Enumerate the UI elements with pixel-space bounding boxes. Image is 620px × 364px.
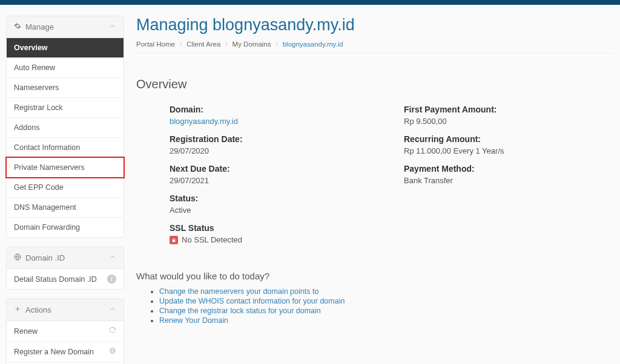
globe-icon xyxy=(14,253,21,262)
panel-actions: Actions Renew Register a New Domain Tr xyxy=(6,299,124,364)
main-content: Managing blognyasandy.my.id Portal Home … xyxy=(136,16,614,364)
reg-date-label: Registration Date: xyxy=(170,134,380,144)
breadcrumb-sep: / xyxy=(180,41,182,48)
panel-manage-title: Manage xyxy=(25,22,54,31)
due-date-label: Next Due Date: xyxy=(170,164,380,174)
recurring-label: Recurring Amount: xyxy=(404,134,614,144)
sidebar-item-detail-status-domain-id[interactable]: Detail Status Domain .ID i xyxy=(7,269,124,289)
sidebar-item-dns-management[interactable]: DNS Management xyxy=(7,198,124,218)
sidebar-item-domain-forwarding[interactable]: Domain Forwarding xyxy=(7,218,124,237)
breadcrumb-sep: / xyxy=(225,41,227,48)
panel-manage-header[interactable]: Manage xyxy=(7,16,124,38)
menu-label: Get EPP Code xyxy=(14,183,64,192)
menu-label: Domain Forwarding xyxy=(14,223,80,232)
sidebar-item-private-nameservers[interactable]: Private Nameservers xyxy=(7,158,124,178)
menu-label: DNS Management xyxy=(14,203,76,212)
sidebar-item-contact-information[interactable]: Contact Information xyxy=(7,138,124,158)
sidebar: Manage Overview Auto Renew Nameservers R… xyxy=(6,16,124,364)
breadcrumb-portal-home[interactable]: Portal Home xyxy=(136,41,175,48)
sidebar-item-register-domain[interactable]: Register a New Domain xyxy=(7,342,124,362)
breadcrumb: Portal Home / Client Area / My Domains /… xyxy=(136,41,614,53)
todo-heading: What would you like to do today? xyxy=(136,271,614,281)
info-icon: i xyxy=(107,275,116,284)
menu-label: Private Nameservers xyxy=(14,163,85,172)
menu-label: Contact Information xyxy=(14,143,80,152)
breadcrumb-current: blognyasandy.my.id xyxy=(283,41,343,48)
sidebar-item-registrar-lock[interactable]: Registrar Lock xyxy=(7,98,124,118)
sidebar-item-renew[interactable]: Renew xyxy=(7,321,124,342)
panel-actions-title: Actions xyxy=(25,305,51,314)
breadcrumb-client-area[interactable]: Client Area xyxy=(186,41,220,48)
todo-change-nameservers[interactable]: Change the nameservers your domain point… xyxy=(159,287,318,296)
todo-change-registrar-lock[interactable]: Change the registrar lock status for you… xyxy=(159,307,321,315)
menu-label: Overview xyxy=(14,44,48,52)
menu-label: Renew xyxy=(14,327,38,336)
panel-domain-id-header[interactable]: Domain .ID xyxy=(7,247,124,269)
payment-method-label: Payment Method: xyxy=(404,164,614,174)
todo-list: Change the nameservers your domain point… xyxy=(136,287,614,325)
due-date-value: 29/07/2021 xyxy=(170,176,380,185)
plus-icon xyxy=(14,305,21,314)
lock-icon xyxy=(170,236,178,244)
todo-renew-domain[interactable]: Renew Your Domain xyxy=(159,316,228,325)
breadcrumb-sep: / xyxy=(276,41,278,48)
page-title: Managing blognyasandy.my.id xyxy=(136,16,614,34)
first-payment-value: Rp 9.500,00 xyxy=(404,117,614,126)
domain-label: Domain: xyxy=(170,105,380,114)
status-value: Active xyxy=(170,206,380,215)
panel-actions-header[interactable]: Actions xyxy=(7,299,124,321)
chevron-up-icon xyxy=(109,22,116,31)
domain-link[interactable]: blognyasandy.my.id xyxy=(170,117,238,126)
recurring-value: Rp 11.000,00 Every 1 Year/s xyxy=(404,146,614,155)
status-label: Status: xyxy=(170,193,380,203)
sidebar-item-addons[interactable]: Addons xyxy=(7,118,124,138)
overview-heading: Overview xyxy=(136,77,614,91)
globe-icon xyxy=(109,347,116,356)
reg-date-value: 29/07/2020 xyxy=(170,146,380,155)
todo-update-whois[interactable]: Update the WHOIS contact information for… xyxy=(159,297,345,305)
panel-domain-id-title: Domain .ID xyxy=(25,253,65,262)
menu-label: Registrar Lock xyxy=(14,103,63,112)
details-row: Domain: blognyasandy.my.id Registration … xyxy=(136,105,614,253)
menu-label: Register a New Domain xyxy=(14,348,94,356)
sidebar-item-get-epp-code[interactable]: Get EPP Code xyxy=(7,178,124,198)
panel-manage: Manage Overview Auto Renew Nameservers R… xyxy=(6,16,124,238)
menu-label: Detail Status Domain .ID xyxy=(14,275,97,284)
panel-domain-id: Domain .ID Detail Status Domain .ID i xyxy=(6,247,124,290)
menu-label: Nameservers xyxy=(14,83,59,92)
refresh-icon xyxy=(109,327,116,336)
chevron-up-icon xyxy=(109,253,116,262)
topbar xyxy=(0,0,620,5)
menu-label: Auto Renew xyxy=(14,63,55,72)
sidebar-item-overview[interactable]: Overview xyxy=(7,38,124,58)
ssl-value: No SSL Detected xyxy=(182,235,242,244)
breadcrumb-my-domains[interactable]: My Domains xyxy=(232,41,271,48)
sidebar-item-auto-renew[interactable]: Auto Renew xyxy=(7,58,124,78)
details-right: First Payment Amount: Rp 9.500,00 Recurr… xyxy=(404,105,614,253)
gear-icon xyxy=(14,22,21,31)
sidebar-item-nameservers[interactable]: Nameservers xyxy=(7,78,124,98)
chevron-up-icon xyxy=(109,305,116,314)
first-payment-label: First Payment Amount: xyxy=(404,105,614,114)
details-left: Domain: blognyasandy.my.id Registration … xyxy=(170,105,380,253)
menu-label: Addons xyxy=(14,123,39,132)
ssl-label: SSL Status xyxy=(170,223,380,233)
payment-method-value: Bank Transfer xyxy=(404,176,614,185)
